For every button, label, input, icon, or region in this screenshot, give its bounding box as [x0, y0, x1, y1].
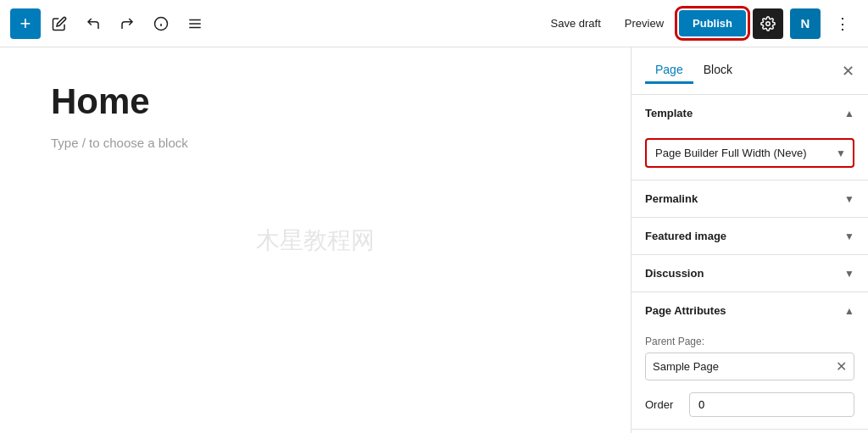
watermark: 木星教程网 [256, 225, 375, 257]
parent-page-input[interactable] [653, 353, 836, 380]
permalink-accordion-header[interactable]: Permalink ▼ [632, 180, 868, 217]
toolbar-right: Save draft Preview Publish N ⋮ [434, 8, 858, 39]
tab-page[interactable]: Page [645, 58, 693, 84]
page-attributes-section: Page Attributes ▲ Parent Page: ✕ Order [632, 292, 868, 430]
redo-button[interactable] [112, 8, 142, 39]
parent-page-label: Parent Page: [645, 336, 854, 347]
template-select-wrapper: Page Builder Full Width (Neve) ▼ [645, 138, 854, 168]
page-attributes-accordion-body: Parent Page: ✕ Order [632, 329, 868, 429]
parent-page-wrapper: ✕ [645, 353, 854, 380]
order-label: Order [645, 398, 679, 411]
template-accordion-body: Page Builder Full Width (Neve) ▼ [632, 131, 868, 180]
editor-area[interactable]: Home Type / to choose a block 木星教程网 + [0, 47, 631, 433]
save-draft-button[interactable]: Save draft [542, 12, 609, 35]
order-input[interactable] [689, 392, 854, 417]
page-attributes-label: Page Attributes [645, 304, 726, 317]
template-select[interactable]: Page Builder Full Width (Neve) [647, 140, 853, 166]
editor-placeholder: Type / to choose a block [51, 136, 580, 150]
add-block-button[interactable]: + [10, 8, 41, 39]
page-title: Home [51, 81, 580, 122]
parent-page-clear-button[interactable]: ✕ [836, 358, 847, 375]
template-chevron-icon: ▲ [844, 108, 854, 119]
template-section: Template ▲ Page Builder Full Width (Neve… [632, 95, 868, 180]
panel-tabs: Page Block [645, 58, 743, 84]
panel-close-button[interactable]: ✕ [842, 64, 854, 79]
discussion-accordion-header[interactable]: Discussion ▼ [632, 255, 868, 291]
publish-button[interactable]: Publish [679, 10, 746, 36]
permalink-chevron-icon: ▼ [844, 193, 854, 205]
permalink-section: Permalink ▼ [632, 180, 868, 218]
discussion-label: Discussion [645, 267, 704, 280]
permalink-label: Permalink [645, 192, 698, 205]
featured-image-chevron-icon: ▼ [844, 230, 854, 242]
undo-button[interactable] [78, 8, 108, 39]
panel-header: Page Block ✕ [632, 47, 868, 95]
page-attributes-chevron-icon: ▲ [844, 305, 854, 317]
main-layout: Home Type / to choose a block 木星教程网 + Pa… [0, 47, 868, 433]
list-view-button[interactable] [180, 8, 210, 39]
toolbar: + [0, 0, 868, 47]
edit-icon-button[interactable] [44, 8, 75, 39]
preview-button[interactable]: Preview [616, 12, 672, 35]
info-button[interactable] [146, 8, 176, 39]
neve-plugin-button[interactable]: N [790, 8, 821, 39]
featured-image-accordion-header[interactable]: Featured image ▼ [632, 218, 868, 254]
tab-block[interactable]: Block [693, 58, 743, 84]
featured-image-section: Featured image ▼ [632, 218, 868, 255]
right-panel: Page Block ✕ Template ▲ Page Builder Ful… [631, 47, 868, 433]
template-accordion-header[interactable]: Template ▲ [632, 95, 868, 131]
page-attributes-accordion-header[interactable]: Page Attributes ▲ [632, 292, 868, 329]
more-options-button[interactable]: ⋮ [827, 8, 858, 39]
template-label: Template [645, 107, 693, 119]
svg-point-6 [766, 21, 771, 25]
settings-gear-button[interactable] [753, 8, 783, 39]
featured-image-label: Featured image [645, 230, 726, 242]
discussion-section: Discussion ▼ [632, 255, 868, 292]
discussion-chevron-icon: ▼ [844, 268, 854, 280]
toolbar-left: + [10, 8, 434, 39]
order-row: Order [645, 392, 854, 417]
